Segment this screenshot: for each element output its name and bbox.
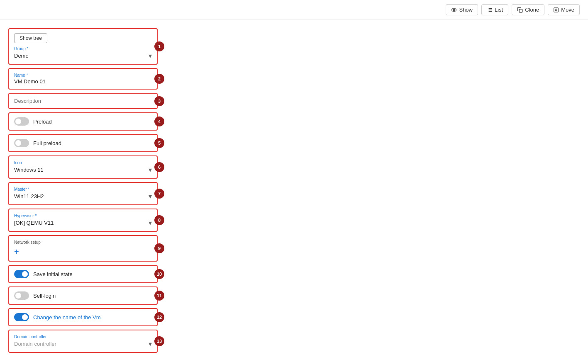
change-name-label: Change the name of the Vm (33, 314, 101, 320)
icon-row: Icon Windows 11 ▾ 6 (8, 155, 158, 179)
hypervisor-dropdown-arrow[interactable]: ▾ (149, 219, 152, 227)
step-13-badge: 13 (154, 336, 164, 346)
preload-row: Preload 4 (8, 112, 158, 131)
show-tree-button[interactable]: Show tree (14, 33, 47, 43)
self-login-slider (14, 291, 29, 300)
form-area: Show tree Group * Demo ▾ 1 Name * 2 3 (8, 28, 158, 356)
master-dropdown-arrow[interactable]: ▾ (149, 192, 152, 200)
save-initial-state-label: Save initial state (33, 271, 73, 277)
step-6-badge: 6 (154, 162, 164, 172)
hypervisor-row: Hypervisor * [OK] QEMU V11 ▾ 8 (8, 209, 158, 232)
description-input[interactable] (14, 98, 152, 104)
full-preload-toggle[interactable] (14, 139, 29, 147)
name-row: Name * 2 (8, 68, 158, 90)
self-login-row: Self-login 11 (8, 286, 158, 305)
change-name-row: Change the name of the Vm 12 (8, 308, 158, 326)
domain-controller-label: Domain controller (14, 335, 152, 339)
step-4-badge: 4 (154, 116, 164, 126)
network-add-button[interactable]: + (14, 247, 19, 257)
description-row: 3 (8, 93, 158, 109)
group-value: Demo (14, 53, 29, 59)
change-name-toggle[interactable] (14, 313, 29, 321)
clone-label: Clone (525, 7, 539, 13)
group-label: Group * (14, 46, 152, 51)
network-setup-row: Network setup + 9 (8, 235, 158, 262)
step-11-badge: 11 (154, 291, 164, 301)
self-login-toggle[interactable] (14, 291, 29, 300)
preload-label: Preload (33, 119, 52, 125)
icon-label: Icon (14, 160, 152, 165)
master-row: Master * Win11 23H2 ▾ 7 (8, 182, 158, 205)
name-input[interactable] (14, 78, 152, 85)
clone-button[interactable]: Clone (512, 4, 544, 15)
step-3-badge: 3 (154, 96, 164, 106)
icon-dropdown-arrow[interactable]: ▾ (149, 166, 152, 174)
step-8-badge: 8 (154, 215, 164, 225)
group-dropdown-arrow[interactable]: ▾ (149, 52, 152, 60)
step-12-badge: 12 (154, 312, 164, 322)
step-1-badge: 1 (154, 41, 164, 51)
move-button[interactable]: Move (548, 4, 580, 15)
domain-controller-dropdown-arrow[interactable]: ▾ (149, 340, 152, 348)
show-button[interactable]: Show (446, 4, 478, 15)
hypervisor-label: Hypervisor * (14, 214, 152, 218)
self-login-label: Self-login (33, 293, 56, 299)
network-setup-label: Network setup (14, 240, 152, 245)
svg-point-0 (454, 9, 455, 11)
group-row: Show tree Group * Demo ▾ 1 (8, 28, 158, 65)
save-initial-state-row: Save initial state 10 (8, 265, 158, 283)
name-label: Name * (14, 73, 152, 78)
domain-controller-row: Domain controller Domain controller ▾ 13 (8, 330, 158, 353)
full-preload-label: Full preload (33, 140, 61, 146)
full-preload-row: Full preload 5 (8, 134, 158, 152)
show-label: Show (459, 7, 473, 13)
top-bar: Show List Clone Move (0, 0, 588, 20)
full-preload-slider (14, 139, 29, 147)
step-9-badge: 9 (154, 243, 164, 253)
move-label: Move (561, 7, 574, 13)
list-label: List (495, 7, 503, 13)
step-10-badge: 10 (154, 269, 164, 279)
svg-rect-7 (519, 9, 522, 12)
step-7-badge: 7 (154, 189, 164, 199)
step-2-badge: 2 (154, 74, 164, 84)
change-name-slider (14, 313, 29, 321)
preload-slider (14, 117, 29, 126)
main-content: Show tree Group * Demo ▾ 1 Name * 2 3 (0, 20, 588, 364)
save-initial-state-toggle[interactable] (14, 270, 29, 278)
master-label: Master * (14, 187, 152, 192)
icon-value: Windows 11 (14, 167, 44, 173)
save-initial-state-slider (14, 270, 29, 278)
step-5-badge: 5 (154, 138, 164, 148)
list-button[interactable]: List (481, 4, 508, 15)
hypervisor-value: [OK] QEMU V11 (14, 220, 54, 226)
domain-controller-placeholder: Domain controller (14, 341, 56, 347)
preload-toggle[interactable] (14, 117, 29, 126)
master-value: Win11 23H2 (14, 193, 44, 199)
